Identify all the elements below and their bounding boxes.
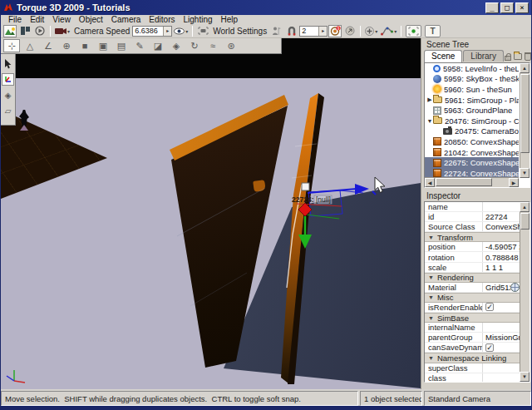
drop-at-player-button[interactable]	[270, 25, 283, 37]
scroll-left-button[interactable]: ◀	[425, 178, 435, 187]
field-material[interactable]: MaterialGrid512_	[425, 283, 521, 293]
menu-item-help[interactable]: Help	[217, 15, 243, 24]
scroll-down-button[interactable]: ▼	[520, 168, 530, 178]
section-collapse-icon[interactable]: ▼	[428, 355, 434, 361]
menu-item-view[interactable]: View	[48, 15, 75, 24]
add-object-button[interactable]: ▾	[364, 25, 378, 37]
viewport-3d[interactable]: 22724: [null]	[1, 38, 421, 389]
field-name[interactable]: name	[425, 202, 521, 212]
field-position[interactable]: position-4.59057 22.51	[425, 242, 521, 252]
scrollbar-thumb[interactable]	[520, 213, 530, 230]
forest-tool[interactable]: ⊛	[223, 39, 239, 52]
stamp-tool[interactable]: ▤	[113, 39, 130, 52]
river-tool[interactable]: ≈	[204, 39, 221, 52]
tree-row[interactable]: 21042: ConvexShape	[425, 147, 519, 158]
camera-menu-button[interactable]: ▾	[54, 25, 71, 37]
inspector-scrollbar[interactable]: ▲ ▼	[520, 202, 530, 382]
section-collapse-icon[interactable]: ▼	[428, 294, 434, 300]
expander-icon[interactable]: ▼	[426, 118, 433, 124]
select-tool-button[interactable]	[2, 57, 14, 70]
field-cansavedynamicf[interactable]: canSaveDynamicF✓	[425, 343, 521, 353]
menu-item-file[interactable]: File	[4, 15, 26, 24]
tree-row[interactable]: 5959: SkyBox - theSky	[425, 74, 519, 85]
field-parentgroup[interactable]: parentGroupMissionGroup	[425, 333, 521, 343]
tree-row[interactable]: 20850: ConvexShape	[425, 136, 519, 147]
material-asset-icon[interactable]	[510, 283, 520, 292]
scrollbar-thumb[interactable]	[436, 178, 492, 186]
angle-ruler-tool[interactable]: ∠	[40, 39, 57, 52]
object-text-toggle-button[interactable]: T	[425, 25, 441, 37]
play-game-button[interactable]	[33, 25, 47, 37]
field-class[interactable]: class	[425, 373, 521, 383]
tree-row[interactable]: ▼ 20476: SimGroup - CameraB	[425, 116, 519, 126]
layout-panels-button[interactable]	[18, 25, 32, 37]
field-id[interactable]: id22724	[425, 212, 521, 222]
section-collapse-icon[interactable]: ▼	[428, 235, 434, 240]
rotate-tool[interactable]: ↻	[186, 39, 203, 52]
tab-library[interactable]: Library	[463, 50, 504, 62]
convex-box-tool[interactable]: ■	[76, 39, 93, 52]
menu-item-object[interactable]: Object	[75, 15, 107, 24]
section-simbase[interactable]: ▼SimBase	[425, 313, 521, 323]
tree-row[interactable]: 22675: ConvexShape	[425, 157, 519, 168]
title-bar[interactable]: Torque 3D 2009 - Tutorials _ □ ×	[1, 0, 531, 15]
field-scale[interactable]: scale1 1 1	[425, 263, 521, 273]
decal-tool[interactable]: ◈	[168, 39, 185, 52]
pen-tool[interactable]: ✎	[131, 39, 148, 52]
field-source class[interactable]: Source ClassConvexShape	[425, 222, 521, 232]
tree-row[interactable]: 5963: GroundPlane	[425, 105, 519, 116]
isRenderEnabled-checkbox[interactable]: ✓	[485, 303, 494, 311]
scale-tool-button[interactable]: ▱	[2, 105, 14, 117]
menu-item-editors[interactable]: Editors	[145, 15, 179, 24]
snap-size-field[interactable]: 2 ▸	[299, 26, 328, 37]
menu-item-edit[interactable]: Edit	[26, 15, 48, 24]
scroll-up-button[interactable]: ▲	[520, 63, 530, 73]
canSaveDynamicF-checkbox[interactable]: ✓	[485, 343, 494, 352]
camera-speed-spinner[interactable]: ▸	[163, 27, 171, 36]
visibility-button[interactable]: ▾	[173, 25, 189, 37]
field-superclass[interactable]: superClass	[425, 363, 521, 373]
field-isrenderenabled[interactable]: isRenderEnabled✓	[425, 303, 521, 313]
scroll-up-button[interactable]: ▲	[520, 202, 530, 212]
scroll-down-button[interactable]: ▼	[520, 372, 530, 382]
expander-icon[interactable]: ▶	[426, 96, 433, 103]
inspector-panel[interactable]: name id22724 Source ClassConvexShape ▼Tr…	[424, 201, 530, 383]
section-namespace-linking[interactable]: ▼Namespace Linking	[425, 353, 521, 363]
object-bounds-toggle-button[interactable]	[406, 25, 421, 37]
menu-item-camera[interactable]: Camera	[107, 15, 145, 24]
move-tool-button[interactable]	[2, 73, 14, 86]
terrain-snap-toggle-button[interactable]	[343, 25, 357, 37]
rotate-tool-button[interactable]: ◈	[2, 89, 14, 101]
terrain-editor-tool[interactable]: △	[22, 39, 38, 52]
field-rotation[interactable]: rotation0.788848 -0.43	[425, 252, 521, 262]
lock-icon[interactable]	[505, 56, 511, 61]
tree-vertical-scrollbar[interactable]: ▲ ▼	[520, 63, 530, 178]
tree-row[interactable]: ▶ 5961: SimGroup - PlayerDro	[425, 95, 519, 106]
new-group-folder-icon[interactable]	[514, 53, 522, 60]
section-rendering[interactable]: ▼Rendering	[425, 273, 521, 283]
minimize-button[interactable]: _	[485, 2, 499, 13]
world-editor-gizmo-tool[interactable]: ⊹	[3, 39, 20, 52]
path-tool-button[interactable]: ▾	[380, 25, 397, 37]
close-button[interactable]: ×	[515, 2, 529, 13]
tree-row[interactable]: 5958: LevelInfo - theLevelIn	[425, 63, 519, 74]
section-collapse-icon[interactable]: ▼	[428, 274, 434, 280]
scrollbar-thumb[interactable]	[520, 74, 530, 153]
field-internalname[interactable]: internalName	[425, 323, 521, 333]
tab-scene[interactable]: Scene	[424, 50, 462, 62]
section-transform[interactable]: ▼Transform	[425, 232, 521, 242]
soft-snap-toggle-button[interactable]: 9	[328, 25, 342, 37]
ramp-tool[interactable]: ◪	[150, 39, 166, 52]
maximize-button[interactable]: □	[500, 2, 514, 13]
tree-row[interactable]: 20475: CameraBookmark	[425, 126, 519, 137]
camera-bookmark-button[interactable]	[196, 25, 209, 37]
sphere-tool[interactable]: ⊕	[58, 39, 75, 52]
snap-toggle-button[interactable]	[285, 25, 298, 37]
delete-trash-icon[interactable]	[525, 53, 531, 61]
scene-tree[interactable]: 5958: LevelInfo - theLevelIn 5959: SkyBo…	[424, 62, 530, 188]
terrain-paint-tool[interactable]: ▣	[95, 39, 111, 52]
section-collapse-icon[interactable]: ▼	[428, 315, 434, 321]
camera-speed-field[interactable]: 6.6386 ▸	[132, 26, 172, 37]
world-settings-label[interactable]: World Settings	[213, 27, 267, 36]
section-misc[interactable]: ▼Misc	[425, 293, 521, 303]
